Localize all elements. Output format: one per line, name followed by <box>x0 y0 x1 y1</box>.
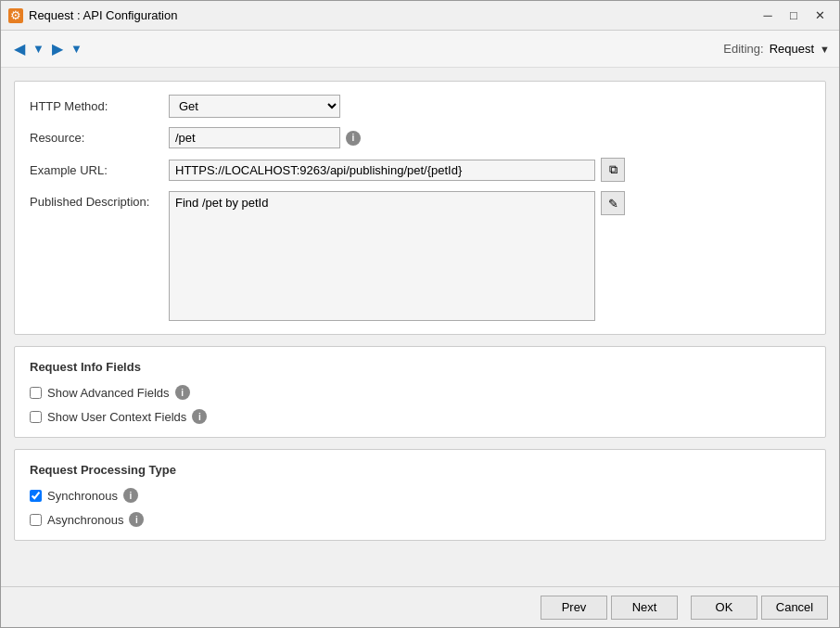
show-user-context-row: Show User Context Fields i <box>30 409 810 424</box>
editing-value: Request <box>770 42 814 56</box>
edit-desc-button[interactable]: ✎ <box>601 191 625 215</box>
footer: Prev Next OK Cancel <box>1 586 839 627</box>
example-url-label: Example URL: <box>30 163 169 177</box>
http-method-select[interactable]: Get Post Put Delete Patch <box>169 95 340 118</box>
show-advanced-label: Show Advanced Fields <box>47 386 170 400</box>
request-info-fields-title: Request Info Fields <box>30 360 810 374</box>
resource-input[interactable] <box>169 127 340 148</box>
toolbar-editing: Editing: Request ▼ <box>723 42 830 56</box>
published-desc-label: Published Description: <box>30 191 169 209</box>
copy-url-button[interactable]: ⧉ <box>601 158 625 182</box>
url-row: ⧉ <box>169 158 625 182</box>
request-info-fields-card: Request Info Fields Show Advanced Fields… <box>14 346 826 438</box>
asynchronous-row: Asynchronous i <box>30 512 810 527</box>
asynchronous-info-icon: i <box>129 512 144 527</box>
main-form-card: HTTP Method: Get Post Put Delete Patch R… <box>14 81 826 335</box>
http-method-row: HTTP Method: Get Post Put Delete Patch <box>30 95 810 118</box>
show-user-context-label: Show User Context Fields <box>47 410 186 424</box>
window-controls: ─ □ ✕ <box>756 6 832 25</box>
editing-label: Editing: <box>723 42 763 56</box>
synchronous-row: Synchronous i <box>30 488 810 503</box>
forward-arrow-icon: ▶ <box>52 42 63 57</box>
content-area: HTTP Method: Get Post Put Delete Patch R… <box>1 68 839 586</box>
resource-info-icon: i <box>346 131 361 146</box>
edit-icon: ✎ <box>608 197 618 211</box>
cancel-button[interactable]: Cancel <box>761 596 828 620</box>
app-icon: ⚙ <box>8 8 23 23</box>
maximize-button[interactable]: □ <box>782 6 806 25</box>
prev-button[interactable]: Prev <box>541 596 607 620</box>
example-url-row: Example URL: ⧉ <box>30 158 810 182</box>
minimize-icon: ─ <box>763 8 771 22</box>
show-advanced-checkbox[interactable] <box>30 387 42 399</box>
ok-button[interactable]: OK <box>691 596 757 620</box>
main-window: ⚙ Request : API Configuration ─ □ ✕ ◀ ▼ <box>0 0 840 628</box>
synchronous-label: Synchronous <box>47 489 118 503</box>
resource-label: Resource: <box>30 131 169 145</box>
forward-dropdown-button[interactable]: ▼ <box>69 40 84 58</box>
minimize-button[interactable]: ─ <box>756 6 780 25</box>
http-method-label: HTTP Method: <box>30 99 169 113</box>
close-icon: ✕ <box>815 8 825 22</box>
forward-dropdown-icon: ▼ <box>70 42 83 56</box>
maximize-icon: □ <box>790 8 797 22</box>
close-button[interactable]: ✕ <box>808 6 832 25</box>
desc-row: Find /pet by petId ✎ <box>169 191 625 321</box>
title-bar-left: ⚙ Request : API Configuration <box>8 8 177 23</box>
toolbar-nav: ◀ ▼ ▶ ▼ <box>10 40 84 58</box>
title-bar: ⚙ Request : API Configuration ─ □ ✕ <box>1 1 839 31</box>
asynchronous-checkbox[interactable] <box>30 514 42 526</box>
window-title: Request : API Configuration <box>29 8 177 22</box>
show-advanced-info-icon: i <box>175 385 190 400</box>
copy-icon: ⧉ <box>609 162 617 177</box>
asynchronous-label: Asynchronous <box>47 513 123 527</box>
published-desc-row: Published Description: Find /pet by petI… <box>30 191 810 321</box>
synchronous-checkbox[interactable] <box>30 490 42 502</box>
show-user-context-checkbox[interactable] <box>30 411 42 423</box>
back-dropdown-icon: ▼ <box>32 42 45 56</box>
request-processing-type-card: Request Processing Type Synchronous i As… <box>14 449 826 541</box>
forward-button[interactable]: ▶ <box>48 40 67 58</box>
published-desc-textarea[interactable]: Find /pet by petId <box>169 191 595 321</box>
request-processing-type-title: Request Processing Type <box>30 463 810 477</box>
resource-row: Resource: i <box>30 127 810 148</box>
next-button[interactable]: Next <box>611 596 678 620</box>
back-button[interactable]: ◀ <box>10 40 29 58</box>
back-arrow-icon: ◀ <box>14 42 25 57</box>
editing-dropdown-button[interactable]: ▼ <box>820 44 830 55</box>
show-advanced-row: Show Advanced Fields i <box>30 385 810 400</box>
example-url-input[interactable] <box>169 160 595 181</box>
toolbar: ◀ ▼ ▶ ▼ Editing: Request ▼ <box>1 31 839 68</box>
back-dropdown-button[interactable]: ▼ <box>31 40 46 58</box>
show-user-context-info-icon: i <box>192 409 207 424</box>
synchronous-info-icon: i <box>123 488 138 503</box>
